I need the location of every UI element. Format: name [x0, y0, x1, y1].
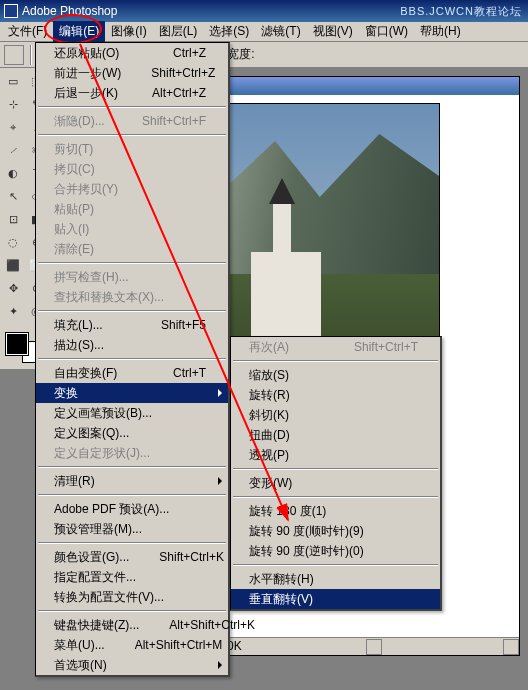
menu-item-label: 预设管理器(M)... — [54, 521, 142, 538]
menu-item-label: 定义画笔预设(B)... — [54, 405, 152, 422]
watermark: BBS.JCWCN教程论坛 — [400, 4, 528, 19]
menu-item-label: 旋转(R) — [249, 387, 290, 404]
menu-item[interactable]: 描边(S)... — [36, 335, 228, 355]
menu-shortcut: Alt+Shift+Ctrl+K — [139, 618, 255, 632]
tool-0[interactable]: ▭ — [2, 70, 24, 92]
menu-item[interactable]: 清理(R) — [36, 471, 228, 491]
menu-item-label: 菜单(U)... — [54, 637, 105, 654]
menu-item[interactable]: 旋转 90 度(顺时针)(9) — [231, 521, 440, 541]
transform-submenu: 再次(A)Shift+Ctrl+T缩放(S)旋转(R)斜切(K)扭曲(D)透视(… — [230, 336, 442, 611]
menu-separator — [38, 358, 226, 360]
menu-shortcut: Shift+Ctrl+Z — [121, 66, 215, 80]
tool-10[interactable]: ↖ — [2, 185, 24, 207]
menu-5[interactable]: 滤镜(T) — [255, 21, 306, 42]
menu-item[interactable]: 自由变换(F)Ctrl+T — [36, 363, 228, 383]
menu-4[interactable]: 选择(S) — [203, 21, 255, 42]
menu-item[interactable]: 旋转 180 度(1) — [231, 501, 440, 521]
menu-item[interactable]: 定义画笔预设(B)... — [36, 403, 228, 423]
menu-item-label: 拷贝(C) — [54, 161, 95, 178]
menu-item[interactable]: 预设管理器(M)... — [36, 519, 228, 539]
menubar: 文件(F)编辑(E)图像(I)图层(L)选择(S)滤镜(T)视图(V)窗口(W)… — [0, 22, 528, 42]
menu-item-label: 贴入(I) — [54, 221, 89, 238]
tool-6[interactable]: ⟋ — [2, 139, 24, 161]
tool-8[interactable]: ◐ — [2, 162, 24, 184]
menu-item[interactable]: 转换为配置文件(V)... — [36, 587, 228, 607]
menu-item: 拷贝(C) — [36, 159, 228, 179]
menu-item-label: 定义图案(Q)... — [54, 425, 129, 442]
menu-item-label: 缩放(S) — [249, 367, 289, 384]
menu-item: 再次(A)Shift+Ctrl+T — [231, 337, 440, 357]
menu-shortcut: Shift+Ctrl+K — [129, 550, 224, 564]
edit-menu: 还原粘贴(O)Ctrl+Z前进一步(W)Shift+Ctrl+Z后退一步(K)A… — [35, 42, 230, 677]
menu-item: 粘贴(P) — [36, 199, 228, 219]
menu-2[interactable]: 图像(I) — [105, 21, 152, 42]
menu-item-label: 前进一步(W) — [54, 65, 121, 82]
scroll-left-icon[interactable] — [366, 639, 382, 655]
menu-item[interactable]: 扭曲(D) — [231, 425, 440, 445]
menu-item[interactable]: 水平翻转(H) — [231, 569, 440, 589]
menu-item[interactable]: 指定配置文件... — [36, 567, 228, 587]
tool-20[interactable]: ✦ — [2, 300, 24, 322]
menu-item: 剪切(T) — [36, 139, 228, 159]
menu-0[interactable]: 文件(F) — [2, 21, 53, 42]
menu-item[interactable]: 透视(P) — [231, 445, 440, 465]
menu-item[interactable]: 前进一步(W)Shift+Ctrl+Z — [36, 63, 228, 83]
menu-separator — [38, 262, 226, 264]
titlebar: Adobe Photoshop BBS.JCWCN教程论坛 — [0, 0, 528, 22]
menu-item[interactable]: 填充(L)...Shift+F5 — [36, 315, 228, 335]
tool-2[interactable]: ⊹ — [2, 93, 24, 115]
menu-item-label: 斜切(K) — [249, 407, 289, 424]
fg-color[interactable] — [6, 333, 28, 355]
menu-item-label: 旋转 90 度(逆时针)(0) — [249, 543, 364, 560]
menu-item-label: 粘贴(P) — [54, 201, 94, 218]
menu-separator — [38, 494, 226, 496]
menu-item[interactable]: Adobe PDF 预设(A)... — [36, 499, 228, 519]
menu-item[interactable]: 旋转 90 度(逆时针)(0) — [231, 541, 440, 561]
menu-item-label: 透视(P) — [249, 447, 289, 464]
menu-item-label: 转换为配置文件(V)... — [54, 589, 164, 606]
menu-7[interactable]: 窗口(W) — [359, 21, 414, 42]
menu-item-label: 还原粘贴(O) — [54, 45, 119, 62]
menu-item: 贴入(I) — [36, 219, 228, 239]
menu-item-label: 键盘快捷键(Z)... — [54, 617, 139, 634]
menu-item[interactable]: 缩放(S) — [231, 365, 440, 385]
menu-item-label: 描边(S)... — [54, 337, 104, 354]
menu-item: 定义自定形状(J)... — [36, 443, 228, 463]
tool-16[interactable]: ⬛ — [2, 254, 24, 276]
menu-separator — [233, 564, 438, 566]
menu-separator — [233, 360, 438, 362]
menu-separator — [38, 106, 226, 108]
marquee-tool-icon[interactable] — [4, 45, 24, 65]
menu-item[interactable]: 旋转(R) — [231, 385, 440, 405]
menu-item[interactable]: 后退一步(K)Alt+Ctrl+Z — [36, 83, 228, 103]
tool-12[interactable]: ⊡ — [2, 208, 24, 230]
menu-item[interactable]: 变形(W) — [231, 473, 440, 493]
menu-item-label: 水平翻转(H) — [249, 571, 314, 588]
menu-item[interactable]: 首选项(N) — [36, 655, 228, 675]
menu-item[interactable]: 斜切(K) — [231, 405, 440, 425]
tool-18[interactable]: ✥ — [2, 277, 24, 299]
menu-1[interactable]: 编辑(E) — [53, 21, 105, 42]
menu-item[interactable]: 颜色设置(G)...Shift+Ctrl+K — [36, 547, 228, 567]
tool-4[interactable]: ⌖ — [2, 116, 24, 138]
menu-item[interactable]: 菜单(U)...Alt+Shift+Ctrl+M — [36, 635, 228, 655]
menu-6[interactable]: 视图(V) — [307, 21, 359, 42]
menu-item-label: 自由变换(F) — [54, 365, 117, 382]
menu-shortcut: Shift+Ctrl+F — [112, 114, 206, 128]
menu-3[interactable]: 图层(L) — [153, 21, 204, 42]
menu-item-label: 清除(E) — [54, 241, 94, 258]
menu-8[interactable]: 帮助(H) — [414, 21, 467, 42]
tool-14[interactable]: ◌ — [2, 231, 24, 253]
menu-separator — [233, 496, 438, 498]
menu-shortcut: Alt+Ctrl+Z — [122, 86, 206, 100]
menu-separator — [38, 542, 226, 544]
menu-item[interactable]: 垂直翻转(V) — [231, 589, 440, 609]
scroll-right-icon[interactable] — [503, 639, 519, 655]
menu-item[interactable]: 变换 — [36, 383, 228, 403]
menu-separator — [38, 610, 226, 612]
menu-item[interactable]: 还原粘贴(O)Ctrl+Z — [36, 43, 228, 63]
menu-item[interactable]: 定义图案(Q)... — [36, 423, 228, 443]
menu-item[interactable]: 键盘快捷键(Z)...Alt+Shift+Ctrl+K — [36, 615, 228, 635]
menu-separator — [233, 468, 438, 470]
menu-item: 查找和替换文本(X)... — [36, 287, 228, 307]
